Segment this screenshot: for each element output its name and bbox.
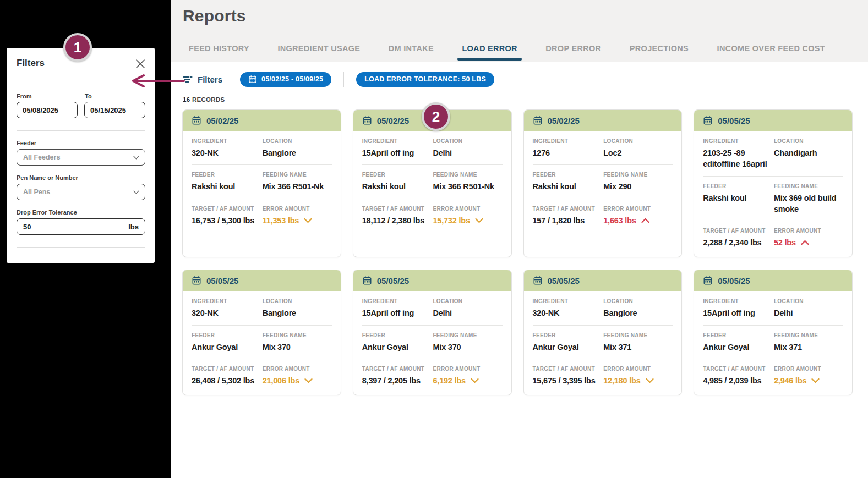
ingredient-label: INGREDIENT [703,298,767,304]
card-body: INGREDIENT 15April off ing LOCATION Delh… [353,131,511,235]
error-amount-value[interactable]: 12,180 lbs [603,375,673,386]
report-tabs: FEED HISTORY INGREDIENT USAGE DM INTAKE … [189,42,825,55]
card-date-header: 05/05/25 [353,270,511,291]
to-date-input[interactable]: 05/15/2025 [84,102,145,118]
location-label: LOCATION [603,138,673,144]
error-amount-text: 15,732 lbs [433,215,470,226]
card-body: INGREDIENT 1276 LOCATION Loc2 FEEDER Rak… [524,131,682,235]
feeding-name-label: FEEDING NAME [263,332,332,338]
location-value: Delhi [774,307,843,318]
section-divider [703,325,843,326]
card-date: 05/02/25 [206,116,238,125]
location-label: LOCATION [603,298,673,304]
error-amount-value[interactable]: 1,663 lbs [603,215,673,226]
load-error-tolerance-chip[interactable]: LOAD ERROR TOLERANCE: 50 LBS [356,72,494,87]
feeding-name-label: FEEDING NAME [603,332,673,338]
chevron-icon [641,218,649,223]
ingredient-value: 1276 [533,147,597,158]
filters-button[interactable]: Filters [183,75,222,84]
location-label: LOCATION [774,298,843,304]
target-af-amount-value: 26,408 / 5,302 lbs [192,375,256,386]
error-amount-value[interactable]: 21,006 lbs [263,375,332,386]
error-amount-text: 52 lbs [774,237,796,248]
chevron-icon [304,218,312,223]
chevron-down-icon [133,156,139,160]
target-af-amount-value: 15,675 / 3,395 lbs [533,375,597,386]
error-amount-value[interactable]: 15,732 lbs [433,215,502,226]
error-amount-value[interactable]: 52 lbs [774,237,843,248]
feeder-value: Ankur Goyal [533,342,597,353]
ingredient-label: INGREDIENT [192,138,256,144]
location-label: LOCATION [263,138,332,144]
panel-divider [17,247,145,248]
date-range-chip[interactable]: 05/02/25 - 05/09/25 [240,72,331,87]
load-error-card: 05/05/25 INGREDIENT 320-NK LOCATION Bang… [523,270,683,395]
section-divider [192,164,332,165]
tab-projections[interactable]: PROJECTIONS [630,44,689,53]
tab-dm-intake[interactable]: DM INTAKE [389,44,434,53]
panel-divider [17,130,145,131]
error-amount-value[interactable]: 11,353 lbs [263,215,332,226]
calendar-icon [533,276,543,285]
ingredient-value: 15April off ing [703,307,767,318]
records-count: 16 RECORDS [171,87,868,103]
annotation-step-2-badge: 2 [422,102,450,131]
section-divider [362,199,503,199]
card-body: INGREDIENT 2103-25 -89 editoffline 16apr… [694,131,852,257]
tab-feed-history[interactable]: FEED HISTORY [189,44,249,53]
calendar-icon [362,276,372,285]
tab-income-over-feed-cost[interactable]: INCOME OVER FEED COST [717,44,825,53]
load-error-card: 05/02/25 INGREDIENT 15April off ing LOCA… [353,109,512,257]
section-divider [533,199,673,199]
card-date: 05/05/25 [548,276,580,285]
location-label: LOCATION [774,138,843,144]
from-date-input[interactable]: 05/08/2025 [17,102,78,118]
ingredient-value: 320-NK [192,147,256,158]
feeder-select[interactable]: All Feeders [17,149,145,166]
feeding-name-label: FEEDING NAME [774,332,843,338]
tab-ingredient-usage[interactable]: INGREDIENT USAGE [277,44,360,53]
drop-error-tolerance-input[interactable]: 50 lbs [17,218,145,235]
calendar-icon [533,116,543,125]
feeding-name-value: Mix 370 [263,342,332,353]
load-error-card: 05/05/25 INGREDIENT 320-NK LOCATION Bang… [182,270,341,395]
records-count-label: RECORDS [192,96,225,103]
section-divider [192,359,332,359]
section-divider [192,325,332,326]
section-divider [362,325,503,326]
annotation-arrow-left-icon [125,74,186,88]
feeder-label: FEEDER [703,183,767,189]
close-icon[interactable] [135,59,145,69]
filters-panel-title: Filters [17,58,45,69]
card-date: 05/02/25 [377,116,409,125]
section-divider [533,359,673,359]
target-af-amount-label: TARGET / AF AMOUNT [192,206,256,212]
card-date: 05/05/25 [206,276,238,285]
chip-divider [343,72,344,87]
from-label: From [17,93,85,100]
feeder-value: Rakshi koul [362,181,427,192]
location-value: Delhi [433,147,502,158]
error-amount-text: 11,353 lbs [263,215,299,226]
ingredient-value: 320-NK [192,307,256,318]
pen-select[interactable]: All Pens [17,184,145,200]
ingredient-value: 15April off ing [362,307,427,318]
chevron-icon [471,378,479,383]
section-divider [192,199,332,199]
target-af-amount-label: TARGET / AF AMOUNT [533,206,597,212]
load-error-card: 05/05/25 INGREDIENT 2103-25 -89 editoffl… [694,109,853,257]
tab-load-error[interactable]: LOAD ERROR [462,44,517,53]
card-date: 05/02/25 [548,116,580,125]
feeder-label: FEEDER [192,332,256,338]
feeder-filter-label: Feeder [17,140,145,146]
location-value: Delhi [433,307,502,318]
feeding-name-value: Mix 369 old build smoke [774,193,843,215]
error-amount-value[interactable]: 2,946 lbs [774,375,843,386]
card-date-header: 05/05/25 [694,270,852,291]
tab-drop-error[interactable]: DROP ERROR [545,44,601,53]
page-header: Reports FEED HISTORY INGREDIENT USAGE DM… [171,0,868,62]
error-amount-value[interactable]: 6,192 lbs [433,375,502,386]
error-amount-text: 12,180 lbs [603,375,640,386]
cards-grid: 05/02/25 INGREDIENT 320-NK LOCATION Bang… [182,109,853,395]
chevron-icon [304,378,313,383]
